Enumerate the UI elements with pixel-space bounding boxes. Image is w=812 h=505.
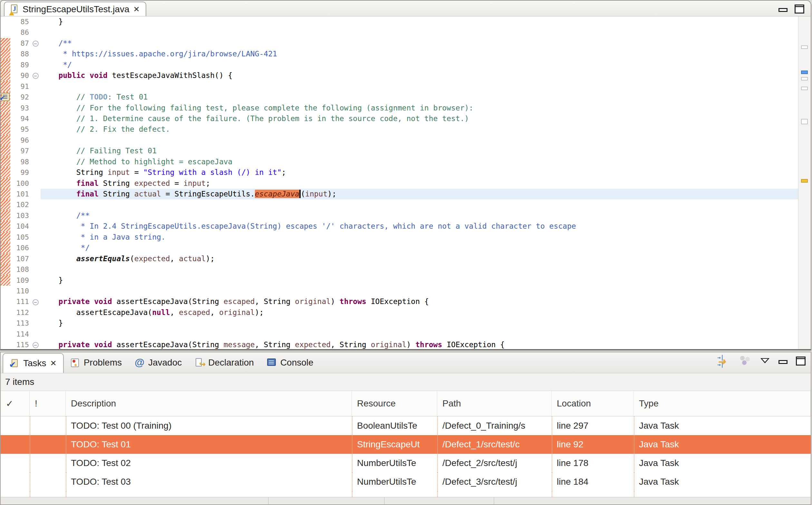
code-text[interactable]: */ (41, 59, 799, 70)
code-text[interactable]: } (41, 275, 799, 286)
tab-declaration[interactable]: Declaration (188, 352, 260, 373)
overview-marker-gray-tall[interactable] (801, 119, 808, 124)
code-text[interactable] (41, 199, 799, 210)
code-line[interactable]: 115− private void assertEscapeJava(Strin… (1, 339, 799, 349)
code-line[interactable]: 99 String input = "String with a slash (… (1, 167, 799, 178)
code-line[interactable]: 88 * https://issues.apache.org/jira/brow… (1, 49, 799, 59)
code-line[interactable]: 114 (1, 329, 799, 339)
code-line[interactable]: 90− public void testEscapeJavaWithSlash(… (1, 70, 799, 81)
code-line[interactable]: 107 assertEquals(expected, actual); (1, 254, 799, 264)
code-line[interactable]: 87− /** (1, 38, 799, 49)
code-text[interactable]: // 2. Fix the defect. (41, 124, 799, 135)
code-text[interactable]: } (41, 318, 799, 329)
code-line[interactable]: 96 (1, 135, 799, 146)
code-line[interactable]: 109 } (1, 275, 799, 286)
code-line[interactable]: 101 final String actual = StringEscapeUt… (1, 189, 799, 199)
fold-collapse-icon[interactable]: − (32, 73, 39, 79)
code-text[interactable]: String input = "String with a slash (/) … (41, 167, 799, 178)
maximize-panel-icon[interactable] (796, 356, 806, 365)
minimize-editor-icon[interactable] (779, 8, 788, 12)
code-text[interactable]: * https://issues.apache.org/jira/browse/… (41, 49, 799, 59)
code-line[interactable]: 106 */ (1, 242, 799, 253)
code-line[interactable]: 85 } (1, 16, 799, 27)
tab-tasks[interactable]: Tasks✕ (3, 353, 64, 373)
code-text[interactable]: /** (41, 210, 799, 221)
editor-body[interactable]: 85 }8687− /**88 * https://issues.apache.… (1, 16, 811, 349)
code-line[interactable]: 103 /** (1, 210, 799, 221)
code-text[interactable] (41, 135, 799, 146)
task-marker-icon[interactable] (1, 93, 10, 101)
column-header-check[interactable]: ✓ (1, 391, 30, 416)
code-line[interactable]: 92 // TODO: Test 01 (1, 92, 799, 103)
column-header-priority[interactable]: ! (30, 391, 66, 416)
code-line[interactable]: 89 */ (1, 59, 799, 70)
minimize-panel-icon[interactable] (779, 360, 788, 364)
code-line[interactable]: 98 // Method to highlight = escapeJava (1, 157, 799, 167)
maximize-editor-icon[interactable] (795, 5, 804, 13)
code-line[interactable]: 113 } (1, 318, 799, 329)
code-line[interactable]: 86 (1, 27, 799, 38)
code-text[interactable] (41, 329, 799, 339)
code-text[interactable]: // Failing Test 01 (41, 146, 799, 156)
column-header-type[interactable]: Type (634, 391, 811, 416)
code-line[interactable]: 111− private void assertEscapeJava(Strin… (1, 296, 799, 307)
code-lines[interactable]: 85 }8687− /**88 * https://issues.apache.… (1, 16, 799, 349)
overview-marker-blue[interactable] (801, 70, 808, 74)
overview-marker-gray[interactable] (801, 77, 808, 80)
code-text[interactable]: * in a Java string. (41, 232, 799, 242)
code-line[interactable]: 102 (1, 199, 799, 210)
code-text[interactable]: private void assertEscapeJava(String esc… (41, 296, 799, 307)
overview-marker-yellow[interactable] (801, 179, 808, 183)
close-icon[interactable]: ✕ (133, 5, 140, 13)
column-header-description[interactable]: Description (66, 391, 352, 416)
close-icon[interactable]: ✕ (50, 359, 57, 367)
tab-stringescapeutilstest-java[interactable]: StringEscapeUtilsTest.java ✕ (4, 2, 146, 16)
fold-collapse-icon[interactable]: − (32, 41, 39, 47)
code-text[interactable] (41, 81, 799, 92)
code-line[interactable]: 104 * In 2.4 StringEscapeUtils.escapeJav… (1, 221, 799, 231)
overview-ruler[interactable] (798, 16, 811, 349)
code-line[interactable]: 95 // 2. Fix the defect. (1, 124, 799, 135)
tab-problems[interactable]: Problems (64, 352, 128, 373)
code-line[interactable]: 93 // For the following failing test, pl… (1, 103, 799, 113)
code-text[interactable]: // 1. Determine cause of the failure. (T… (41, 113, 799, 124)
view-menu-icon[interactable] (761, 357, 770, 365)
tab-console[interactable]: Console (260, 352, 320, 373)
code-line[interactable]: 105 * in a Java string. (1, 232, 799, 242)
table-row[interactable]: TODO: Test 02NumberUtilsTe/Defect_2/src/… (1, 454, 811, 473)
code-text[interactable]: * In 2.4 StringEscapeUtils.escapeJava(St… (41, 221, 799, 231)
overview-marker-gray[interactable] (801, 45, 808, 49)
code-line[interactable]: 110 (1, 286, 799, 296)
code-text[interactable]: // Method to highlight = escapeJava (41, 157, 799, 167)
code-text[interactable]: // TODO: Test 01 (41, 92, 799, 103)
horizontal-scrollbar[interactable] (1, 497, 811, 504)
fold-collapse-icon[interactable]: − (32, 342, 39, 348)
code-line[interactable]: 94 // 1. Determine cause of the failure.… (1, 113, 799, 124)
filter-icon[interactable] (739, 355, 752, 367)
code-text[interactable]: assertEquals(expected, actual); (41, 254, 799, 264)
code-line[interactable]: 112 assertEscapeJava(null, escaped, orig… (1, 307, 799, 318)
code-text[interactable]: public void testEscapeJavaWithSlash() { (41, 70, 799, 81)
focus-on-task-icon[interactable]: →|→|➜ (717, 355, 731, 367)
code-line[interactable]: 100 final String expected = input; (1, 178, 799, 189)
code-text[interactable]: private void assertEscapeJava(String mes… (41, 339, 799, 349)
column-header-resource[interactable]: Resource (352, 391, 437, 416)
fold-collapse-icon[interactable]: − (32, 299, 39, 305)
code-line[interactable]: 108 (1, 264, 799, 275)
tab-javadoc[interactable]: Javadoc (128, 352, 188, 373)
code-text[interactable]: assertEscapeJava(null, escaped, original… (41, 307, 799, 318)
overview-marker-gray[interactable] (801, 87, 808, 90)
code-text[interactable]: } (41, 16, 799, 27)
column-header-location[interactable]: Location (552, 391, 634, 416)
code-text[interactable] (41, 264, 799, 275)
code-text[interactable] (41, 27, 799, 38)
table-row[interactable]: TODO: Test 01StringEscapeUt/Defect_1/src… (1, 435, 811, 454)
table-row[interactable]: TODO: Test 03NumberUtilsTe/Defect_3/src/… (1, 473, 811, 491)
code-line[interactable]: 91 (1, 81, 799, 92)
table-row[interactable]: TODO: Test 00 (Training)BooleanUtilsTe/D… (1, 416, 811, 435)
code-text[interactable]: /** (41, 38, 799, 49)
code-text[interactable]: final String expected = input; (41, 178, 799, 189)
code-line[interactable]: 97 // Failing Test 01 (1, 146, 799, 156)
code-text[interactable]: */ (41, 242, 799, 253)
code-text[interactable] (41, 286, 799, 296)
